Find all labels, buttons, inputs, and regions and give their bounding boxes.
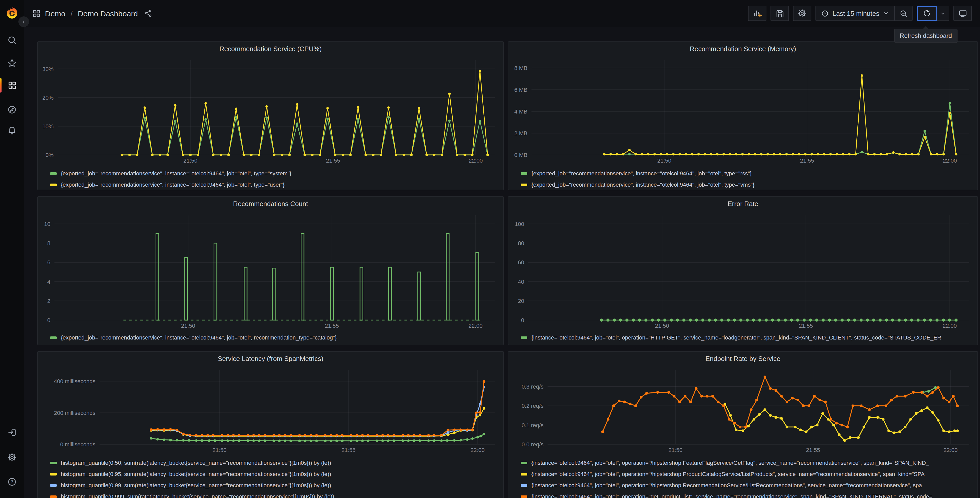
svg-text:0%: 0% xyxy=(46,152,54,158)
legend-color-swatch xyxy=(521,484,527,487)
add-panel-button[interactable] xyxy=(748,6,767,21)
svg-text:400 milliseconds: 400 milliseconds xyxy=(54,378,95,385)
svg-text:21:50: 21:50 xyxy=(655,322,669,329)
sign-in-icon xyxy=(7,427,17,437)
sidebar-item-sign-in[interactable] xyxy=(0,423,24,441)
legend-color-swatch xyxy=(50,183,57,186)
legend-label: histogram_quantile(0.50, sum(rate(latenc… xyxy=(61,460,331,466)
panel-service-latency: Service Latency (from SpanMetrics) 0 mil… xyxy=(37,351,504,498)
dashboard-settings-button[interactable] xyxy=(793,6,811,21)
refresh-interval-dropdown[interactable] xyxy=(937,6,949,21)
legend-label: {exported_job="recommendationservice", i… xyxy=(61,170,291,176)
svg-text:100: 100 xyxy=(515,221,524,227)
refresh-dashboard-button[interactable] xyxy=(916,6,937,21)
legend-item[interactable]: histogram_quantile(0.99, sum(rate(latenc… xyxy=(50,480,499,491)
svg-text:2 MB: 2 MB xyxy=(514,130,527,137)
zoom-out-button[interactable] xyxy=(894,6,912,21)
sidebar-item-explore[interactable] xyxy=(0,101,24,118)
legend: {exported_job="recommendationservice", i… xyxy=(521,168,974,190)
svg-text:21:55: 21:55 xyxy=(806,447,820,453)
panel-title[interactable]: Recommendation Service (Memory) xyxy=(508,42,977,56)
sidebar-expand-button[interactable] xyxy=(18,16,29,27)
chart-endpoint-rate[interactable]: 0.0 req/s0.1 req/s0.2 req/s0.3 req/s21:5… xyxy=(511,367,974,455)
share-alt-icon[interactable] xyxy=(144,9,152,18)
time-range-label: Last 15 minutes xyxy=(832,10,879,17)
legend-item[interactable]: histogram_quantile(0.50, sum(rate(latenc… xyxy=(50,457,499,468)
svg-text:22:00: 22:00 xyxy=(469,158,483,164)
legend-color-swatch xyxy=(521,336,527,339)
svg-text:21:55: 21:55 xyxy=(800,158,814,164)
gear-icon xyxy=(798,9,807,18)
legend-label: histogram_quantile(0.95, sum(rate(latenc… xyxy=(61,471,331,477)
legend-label: {instance="otelcol:9464", job="otel", op… xyxy=(531,471,924,477)
legend-item[interactable]: {exported_job="recommendationservice", i… xyxy=(50,168,499,179)
svg-text:0 milliseconds: 0 milliseconds xyxy=(60,441,95,448)
svg-text:8 MB: 8 MB xyxy=(514,65,527,71)
panel-title[interactable]: Recommendations Count xyxy=(38,197,503,211)
svg-text:20%: 20% xyxy=(42,94,54,101)
legend: {instance="otelcol:9464", job="otel", op… xyxy=(521,457,974,498)
apps-grid-icon xyxy=(32,9,41,18)
legend-item[interactable]: {instance="otelcol:9464", job="otel", op… xyxy=(521,332,974,343)
panel-title[interactable]: Error Rate xyxy=(508,197,977,211)
legend-item[interactable]: {instance="otelcol:9464", job="otel", op… xyxy=(521,457,974,468)
legend-item[interactable]: {exported_job="recommendationservice", i… xyxy=(521,179,974,190)
svg-text:40: 40 xyxy=(518,279,524,285)
sidebar-item-starred[interactable] xyxy=(0,54,24,72)
legend-label: {instance="otelcol:9464", job="otel", op… xyxy=(531,493,932,498)
svg-text:21:55: 21:55 xyxy=(799,322,813,329)
svg-text:?: ? xyxy=(11,479,14,484)
kiosk-mode-button[interactable] xyxy=(953,6,972,21)
legend-color-swatch xyxy=(50,172,57,175)
legend-item[interactable]: {exported_job="recommendationservice", i… xyxy=(50,179,499,190)
svg-text:21:55: 21:55 xyxy=(342,447,356,453)
svg-text:22:00: 22:00 xyxy=(943,322,957,329)
svg-text:0.0 req/s: 0.0 req/s xyxy=(522,441,544,448)
legend-item[interactable]: histogram_quantile(0.95, sum(rate(latenc… xyxy=(50,468,499,480)
chart-error-rate[interactable]: 02040608010021:5021:5522:00 xyxy=(511,212,974,331)
save-dashboard-button[interactable] xyxy=(770,6,789,21)
panel-recommendation-cpu: Recommendation Service (CPU%) 0%10%20%30… xyxy=(37,42,504,190)
sidebar-item-settings[interactable] xyxy=(0,449,24,466)
legend: {exported_job="recommendationservice", i… xyxy=(50,168,499,190)
legend-item[interactable]: histogram_quantile(0.999, sum(rate(laten… xyxy=(50,491,499,498)
chart-recommendation-cpu[interactable]: 0%10%20%30%21:5021:5522:00 xyxy=(41,57,500,166)
sidebar: ? xyxy=(0,0,24,498)
gear-icon xyxy=(7,452,17,462)
chart-recommendations-count[interactable]: 024681021:5021:5522:00 xyxy=(41,212,500,331)
svg-text:21:50: 21:50 xyxy=(181,322,195,329)
legend-item[interactable]: {instance="otelcol:9464", job="otel", op… xyxy=(521,480,974,491)
chart-recommendation-memory[interactable]: 0 MB2 MB4 MB6 MB8 MB21:5021:5522:00 xyxy=(511,57,974,166)
panel-recommendations-count: Recommendations Count 024681021:5021:552… xyxy=(37,196,504,345)
panel-title[interactable]: Endpoint Rate by Service xyxy=(508,352,977,366)
refresh-group xyxy=(916,6,949,21)
legend-item[interactable]: {instance="otelcol:9464", job="otel", op… xyxy=(521,468,974,480)
svg-text:2: 2 xyxy=(47,298,50,304)
grafana-logo[interactable] xyxy=(5,6,19,19)
legend: {instance="otelcol:9464", job="otel", op… xyxy=(521,332,974,343)
sidebar-item-help[interactable]: ? xyxy=(0,473,24,490)
compass-icon xyxy=(7,105,17,114)
breadcrumb-page[interactable]: Demo Dashboard xyxy=(78,9,138,18)
legend-item[interactable]: {exported_job="recommendationservice", i… xyxy=(521,168,974,179)
legend-label: {exported_job="recommendationservice", i… xyxy=(531,182,754,188)
star-icon xyxy=(7,58,17,68)
panel-title[interactable]: Recommendation Service (CPU%) xyxy=(38,42,503,56)
sidebar-item-dashboards[interactable] xyxy=(0,77,24,94)
legend-item[interactable]: {exported_job="recommendationservice", i… xyxy=(50,332,499,343)
svg-text:21:55: 21:55 xyxy=(326,158,340,164)
chart-service-latency[interactable]: 0 milliseconds200 milliseconds400 millis… xyxy=(41,367,500,455)
sidebar-item-alerting[interactable] xyxy=(0,122,24,139)
clock-icon xyxy=(821,10,829,17)
monitor-icon xyxy=(958,9,967,18)
panel-title[interactable]: Service Latency (from SpanMetrics) xyxy=(38,352,503,366)
add-panel-icon xyxy=(752,9,762,18)
breadcrumb: Demo / Demo Dashboard xyxy=(32,9,152,18)
time-range-button[interactable]: Last 15 minutes xyxy=(816,6,894,21)
breadcrumb-folder[interactable]: Demo xyxy=(45,9,65,18)
sidebar-item-search[interactable] xyxy=(0,31,24,49)
legend-item[interactable]: {instance="otelcol:9464", job="otel", op… xyxy=(521,491,974,498)
legend-color-swatch xyxy=(50,461,57,464)
svg-text:8: 8 xyxy=(47,240,50,246)
bell-icon xyxy=(7,126,17,135)
